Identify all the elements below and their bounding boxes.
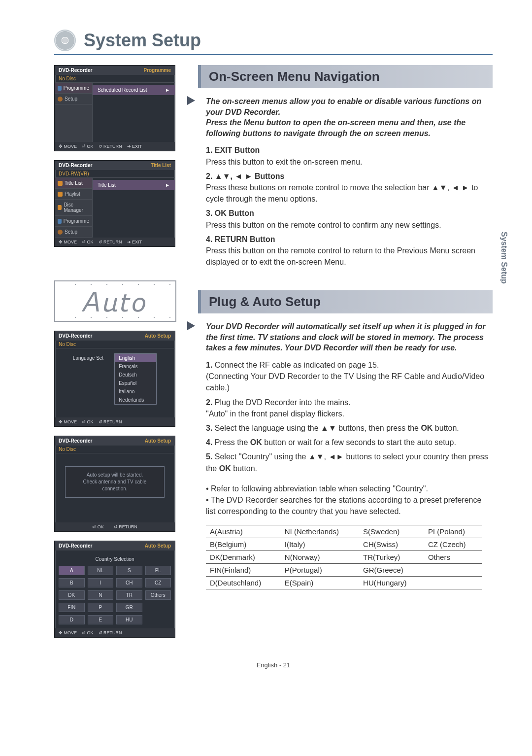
osd-titlebar: DVD-Recorder Programme bbox=[55, 66, 175, 75]
table-cell: B(Belgium) bbox=[206, 538, 281, 551]
table-row: D(Deutschland)E(Spain)HU(Hungary) bbox=[206, 577, 482, 589]
table-cell: Others bbox=[424, 551, 482, 564]
country-cell: S bbox=[116, 566, 142, 575]
table-row: B(Belgium)I(Italy)CH(Swiss)CZ (Czech) bbox=[206, 538, 482, 551]
table-cell: P(Portugal) bbox=[281, 564, 359, 577]
side-item: Programme bbox=[55, 83, 92, 94]
table-row: DK(Denmark)N(Norway)TR(Turkey)Others bbox=[206, 551, 482, 564]
country-cell: FIN bbox=[59, 603, 85, 612]
osd-language: DVD-RecorderAuto Setup No Disc Language … bbox=[54, 331, 175, 427]
auto-setup-message: Auto setup will be started. Check antenn… bbox=[65, 466, 165, 498]
list-item: 4. RETURN ButtonPress this button on the… bbox=[206, 234, 489, 268]
table-row: A(Austria)NL(Netherlands)S(Sweden)PL(Pol… bbox=[206, 525, 482, 538]
country-cell: A bbox=[59, 566, 85, 575]
osd-title-right: Auto Setup bbox=[145, 333, 171, 339]
lang-opt: English bbox=[115, 354, 156, 362]
osd-sub: No Disc bbox=[55, 341, 175, 348]
country-cell: E bbox=[88, 615, 114, 624]
table-row: FIN(Finland)P(Portugal)GR(Greece) bbox=[206, 564, 482, 577]
osd-row: Scheduled Record List► bbox=[93, 85, 175, 95]
disc-icon bbox=[54, 30, 76, 51]
country-cell: TR bbox=[116, 590, 142, 600]
section-heading: On-Screen Menu Navigation bbox=[198, 65, 493, 88]
table-cell: FIN(Finland) bbox=[206, 564, 281, 577]
chevron-right-icon: ► bbox=[165, 182, 170, 188]
list-item: 5. Select "Country" using the ▲▼, ◄► but… bbox=[206, 451, 489, 474]
osd-title-left: DVD-Recorder bbox=[59, 333, 92, 339]
section-intro: The on-screen menus allow you to enable … bbox=[198, 94, 493, 142]
section-heading: Plug & Auto Setup bbox=[198, 290, 493, 313]
country-cell: CH bbox=[116, 578, 142, 587]
country-cell: HU bbox=[116, 615, 142, 624]
side-item: Title List bbox=[55, 178, 92, 189]
country-cell: Others bbox=[145, 590, 171, 600]
table-cell: HU(Hungary) bbox=[359, 577, 424, 589]
list-item: 1. EXIT ButtonPress this button to exit … bbox=[206, 144, 489, 167]
table-cell: D(Deutschland) bbox=[206, 577, 281, 589]
abbreviation-table: A(Austria)NL(Netherlands)S(Sweden)PL(Pol… bbox=[206, 525, 482, 589]
lang-opt: Français bbox=[115, 362, 156, 371]
list-item: 2. ▲▼, ◄ ► ButtonsPress these buttons on… bbox=[206, 171, 489, 205]
front-panel-display: 𝘈𝘶𝘵𝘰 bbox=[54, 280, 176, 322]
country-cell: DK bbox=[59, 590, 85, 600]
country-cell: N bbox=[88, 590, 114, 600]
language-list: English Français Deutsch Español Italian… bbox=[114, 353, 157, 405]
osd-title-right: Title List bbox=[151, 163, 171, 168]
list-item: 2. Plug the DVD Recorder into the mains.… bbox=[206, 397, 489, 419]
osd-sub: DVD-RW(VR) bbox=[55, 170, 175, 178]
lang-opt: Nederlands bbox=[115, 396, 156, 404]
country-cell: NL bbox=[88, 566, 114, 575]
arrow-icon bbox=[187, 321, 195, 330]
table-cell: N(Norway) bbox=[281, 551, 359, 564]
page-title: System Setup bbox=[81, 30, 201, 51]
country-cell: B bbox=[59, 578, 85, 587]
osd-title-right: Auto Setup bbox=[145, 543, 171, 549]
chevron-right-icon: ► bbox=[165, 87, 170, 93]
list-item: 4. Press the OK button or wait for a few… bbox=[206, 437, 489, 448]
side-item: Playlist bbox=[55, 189, 92, 200]
table-cell bbox=[424, 564, 482, 577]
osd-title-right: Programme bbox=[143, 68, 171, 73]
numbered-list: 1. EXIT ButtonPress this button to exit … bbox=[198, 142, 493, 275]
left-column: DVD-Recorder Programme No Disc Programme… bbox=[54, 65, 182, 647]
lang-opt: Deutsch bbox=[115, 371, 156, 379]
lang-opt: Español bbox=[115, 379, 156, 387]
osd-sub: No Disc bbox=[55, 75, 175, 83]
list-item: 3. OK ButtonPress this button on the rem… bbox=[206, 207, 489, 230]
sub-bullet-list: Refer to following abbreviation table wh… bbox=[198, 481, 493, 521]
side-item: Setup bbox=[55, 227, 92, 238]
osd-auto-setup-msg: DVD-RecorderAuto Setup No Disc Auto setu… bbox=[54, 436, 175, 532]
table-cell bbox=[424, 577, 482, 589]
table-cell: GR(Greece) bbox=[359, 564, 424, 577]
osd-title-left: DVD-Recorder bbox=[59, 163, 92, 168]
list-item: 3. Select the language using the ▲▼ butt… bbox=[206, 422, 489, 434]
table-cell: CH(Swiss) bbox=[359, 538, 424, 551]
country-cell: PL bbox=[145, 566, 171, 575]
side-item: Setup bbox=[55, 94, 92, 104]
bullet-item: The DVD Recorder searches for the statio… bbox=[206, 494, 489, 517]
osd-title-left: DVD-Recorder bbox=[59, 543, 92, 549]
section-intro: Your DVD Recorder will automatically set… bbox=[198, 319, 493, 357]
osd-programme: DVD-Recorder Programme No Disc Programme… bbox=[54, 65, 175, 151]
country-cell: D bbox=[59, 615, 85, 624]
arrow-icon bbox=[187, 96, 195, 105]
osd-title-right: Auto Setup bbox=[145, 438, 171, 444]
table-cell: DK(Denmark) bbox=[206, 551, 281, 564]
table-cell: NL(Netherlands) bbox=[281, 525, 359, 538]
language-set-label: Language Set bbox=[73, 353, 103, 361]
country-selection-head: Country Selection bbox=[59, 554, 171, 566]
osd-country: DVD-RecorderAuto Setup Country Selection… bbox=[54, 541, 175, 638]
osd-sub: No Disc bbox=[55, 446, 175, 453]
side-item: Programme bbox=[55, 216, 92, 227]
list-item: 1. Connect the RF cable as indicated on … bbox=[206, 359, 489, 394]
side-item: Disc Manager bbox=[55, 200, 92, 216]
title-rule bbox=[54, 54, 493, 55]
right-column: On-Screen Menu Navigation The on-screen … bbox=[198, 65, 493, 647]
side-tab: System Setup bbox=[499, 232, 508, 284]
osd-row: Title List► bbox=[93, 180, 175, 190]
table-cell: S(Sweden) bbox=[359, 525, 424, 538]
table-cell: CZ (Czech) bbox=[424, 538, 482, 551]
osd-title-left: DVD-Recorder bbox=[59, 68, 92, 73]
country-cell: GR bbox=[116, 603, 142, 612]
osd-title-left: DVD-Recorder bbox=[59, 438, 92, 444]
